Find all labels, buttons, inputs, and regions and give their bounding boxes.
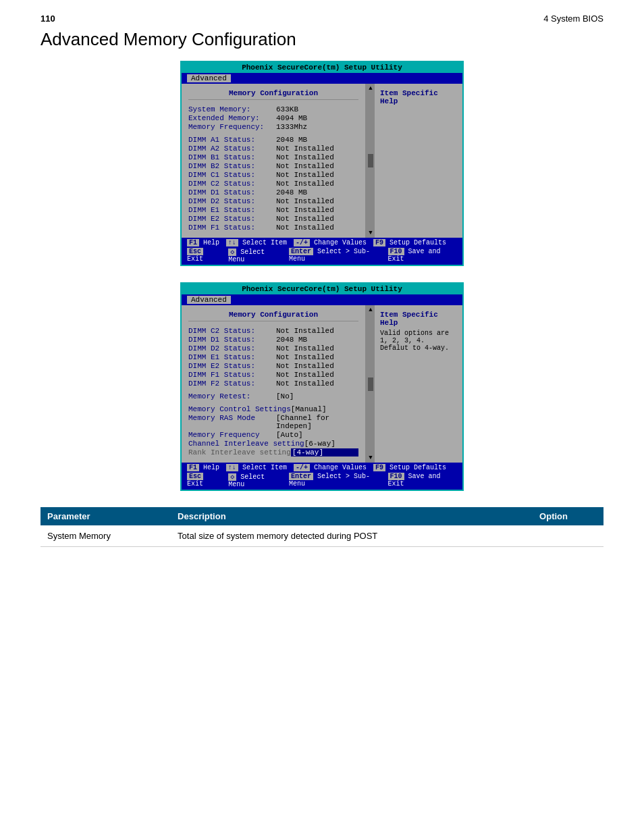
bios1-dimm-c2: DIMM C2 Status: Not Installed bbox=[188, 180, 358, 188]
bios1-help-title: Item Specific Help bbox=[380, 89, 457, 105]
params-table: Parameter Description Option System Memo… bbox=[41, 507, 603, 547]
params-table-header-row: Parameter Description Option bbox=[41, 507, 603, 525]
params-col-parameter: Parameter bbox=[41, 507, 171, 525]
bios2-advanced-menu[interactable]: Advanced bbox=[187, 296, 231, 304]
page-title: Advanced Memory Configuration bbox=[41, 29, 603, 50]
bios-screenshot-1: Phoenix SecureCore(tm) Setup Utility Adv… bbox=[180, 61, 464, 266]
bios2-dimm-d1: DIMM D1 Status: 2048 MB bbox=[188, 336, 358, 344]
page-number: 110 bbox=[41, 14, 55, 24]
bios1-scroll-thumb[interactable] bbox=[368, 154, 373, 167]
table-row: System Memory Total size of system memor… bbox=[41, 525, 603, 547]
bios2-dimm-e1: DIMM E1 Status: Not Installed bbox=[188, 353, 358, 361]
bios1-dimm-d1: DIMM D1 Status: 2048 MB bbox=[188, 188, 358, 197]
bios2-dimm-e2: DIMM E2 Status: Not Installed bbox=[188, 362, 358, 370]
bios1-extended-memory-label: Extended Memory: bbox=[188, 114, 276, 122]
bios2-memory-retest: Memory Retest: [No] bbox=[188, 392, 358, 400]
bios1-scroll-down-icon[interactable]: ▼ bbox=[369, 230, 372, 236]
bios1-scrollbar[interactable]: ▲ ▼ bbox=[367, 84, 375, 238]
bios1-memory-frequency: Memory Frequency: 1333Mhz bbox=[188, 123, 358, 131]
bios1-advanced-menu[interactable]: Advanced bbox=[187, 74, 231, 82]
params-col-option: Option bbox=[533, 507, 603, 525]
bios2-updown-key: ↑↓ Select Item bbox=[226, 464, 287, 471]
bios1-system-memory-value: 633KB bbox=[276, 105, 358, 113]
bios2-dimm-f1: DIMM F1 Status: Not Installed bbox=[188, 371, 358, 379]
bios1-system-memory-label: System Memory: bbox=[188, 105, 276, 113]
bios2-enter-key: Enter Select > Sub-Menu bbox=[289, 473, 381, 488]
bios2-help-text: Valid options are 1, 2, 3, 4. Defalut to… bbox=[380, 330, 457, 352]
bios2-help-title: Item Specific Help bbox=[380, 311, 457, 327]
bios2-main: Memory Configuration DIMM C2 Status: Not… bbox=[182, 305, 367, 463]
bios2-title-bar: Phoenix SecureCore(tm) Setup Utility bbox=[182, 284, 462, 294]
bios1-diamond-key: ◇ Select Menu bbox=[228, 248, 282, 263]
bios2-section-title: Memory Configuration bbox=[188, 311, 358, 321]
bios2-scroll-down-icon[interactable]: ▼ bbox=[369, 454, 372, 461]
bios1-main: Memory Configuration System Memory: 633K… bbox=[182, 84, 367, 238]
bios1-body: Memory Configuration System Memory: 633K… bbox=[182, 84, 462, 238]
bios1-system-memory: System Memory: 633KB bbox=[188, 105, 358, 113]
bios2-menu-bar: Advanced bbox=[182, 294, 462, 305]
bios2-esc-key: Esc Exit bbox=[187, 473, 221, 488]
bios1-menu-bar: Advanced bbox=[182, 73, 462, 84]
bios1-memory-frequency-label: Memory Frequency: bbox=[188, 123, 276, 131]
bios2-footer: F1 Help ↑↓ Select Item -/+ Change Values… bbox=[182, 463, 462, 490]
bios2-dimm-d2: DIMM D2 Status: Not Installed bbox=[188, 344, 358, 353]
bios1-change-key: -/+ Change Values bbox=[294, 239, 367, 246]
bios2-f9-key: F9 Setup Defaults bbox=[373, 464, 446, 471]
page-header: 110 4 System BIOS bbox=[41, 14, 603, 24]
bios2-footer-row1: F1 Help ↑↓ Select Item -/+ Change Values… bbox=[184, 463, 460, 472]
bios2-change-key: -/+ Change Values bbox=[294, 464, 367, 471]
bios2-diamond-key: ◇ Select Menu bbox=[228, 473, 282, 488]
bios1-footer-row1: F1 Help ↑↓ Select Item -/+ Change Values… bbox=[184, 238, 460, 247]
bios1-dimm-a2: DIMM A2 Status: Not Installed bbox=[188, 145, 358, 153]
param-system-memory-option bbox=[533, 525, 603, 547]
bios1-section-title: Memory Configuration bbox=[188, 89, 358, 100]
params-col-description: Description bbox=[171, 507, 533, 525]
bios2-memory-control: Memory Control Settings [Manual] bbox=[188, 405, 358, 413]
bios1-f10-key: F10 Save and Exit bbox=[388, 248, 457, 263]
bios2-f10-key: F10 Save and Exit bbox=[388, 473, 457, 488]
bios1-dimm-f1: DIMM F1 Status: Not Installed bbox=[188, 224, 358, 232]
bios2-scroll-thumb[interactable] bbox=[368, 377, 373, 391]
bios1-esc-key: Esc Exit bbox=[187, 248, 221, 263]
bios2-scroll-up-icon[interactable]: ▲ bbox=[369, 307, 372, 313]
bios2-body: Memory Configuration DIMM C2 Status: Not… bbox=[182, 305, 462, 463]
bios1-dimm-b1: DIMM B1 Status: Not Installed bbox=[188, 153, 358, 161]
bios2-channel-interleave: Channel Interleave setting [6-way] bbox=[188, 440, 358, 448]
bios1-help-panel: Item Specific Help bbox=[375, 84, 462, 238]
bios1-title-bar: Phoenix SecureCore(tm) Setup Utility bbox=[182, 62, 462, 73]
bios1-footer: F1 Help ↑↓ Select Item -/+ Change Values… bbox=[182, 238, 462, 265]
bios1-f9-key: F9 Setup Defaults bbox=[373, 239, 446, 246]
bios1-extended-memory: Extended Memory: 4094 MB bbox=[188, 114, 358, 122]
bios1-memory-frequency-value: 1333Mhz bbox=[276, 123, 358, 131]
bios1-extended-memory-value: 4094 MB bbox=[276, 114, 358, 122]
param-system-memory-desc: Total size of system memory detected dur… bbox=[171, 525, 533, 547]
bios1-dimm-a1: DIMM A1 Status: 2048 MB bbox=[188, 136, 358, 144]
param-system-memory-name: System Memory bbox=[41, 525, 171, 547]
bios1-updown-key: ↑↓ Select Item bbox=[226, 239, 287, 246]
bios1-scroll-up-icon[interactable]: ▲ bbox=[369, 85, 372, 92]
bios2-help-panel: Item Specific Help Valid options are 1, … bbox=[375, 305, 462, 463]
page-section: 4 System BIOS bbox=[543, 14, 603, 24]
bios2-footer-row2: Esc Exit ◇ Select Menu Enter Select > Su… bbox=[184, 472, 460, 489]
bios1-enter-key: Enter Select > Sub-Menu bbox=[289, 248, 381, 263]
bios-screenshot-2: Phoenix SecureCore(tm) Setup Utility Adv… bbox=[180, 282, 464, 491]
bios2-dimm-c2: DIMM C2 Status: Not Installed bbox=[188, 327, 358, 335]
bios1-dimm-d2: DIMM D2 Status: Not Installed bbox=[188, 197, 358, 205]
bios2-f1-key: F1 Help bbox=[187, 464, 219, 471]
bios1-dimm-b2: DIMM B2 Status: Not Installed bbox=[188, 162, 358, 170]
bios1-dimm-e2: DIMM E2 Status: Not Installed bbox=[188, 215, 358, 223]
bios1-f1-key: F1 Help bbox=[187, 239, 219, 246]
bios2-memory-ras: Memory RAS Mode [Channel for Indepen] bbox=[188, 414, 358, 430]
bios2-memory-freq: Memory Frequency [Auto] bbox=[188, 431, 358, 439]
bios2-dimm-f2: DIMM F2 Status: Not Installed bbox=[188, 380, 358, 388]
bios2-rank-interleave: Rank Interleave setting [4-way] bbox=[188, 448, 358, 457]
bios1-dimm-c1: DIMM C1 Status: Not Installed bbox=[188, 171, 358, 179]
bios2-scrollbar[interactable]: ▲ ▼ bbox=[367, 305, 375, 463]
bios1-footer-row2: Esc Exit ◇ Select Menu Enter Select > Su… bbox=[184, 247, 460, 264]
bios1-dimm-e1: DIMM E1 Status: Not Installed bbox=[188, 206, 358, 214]
